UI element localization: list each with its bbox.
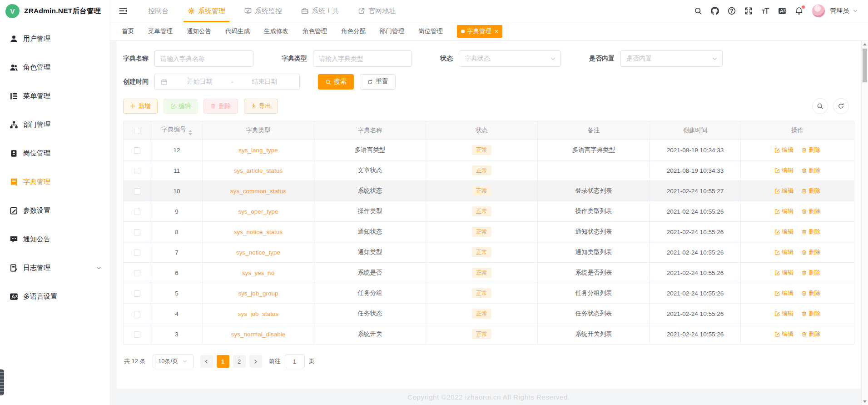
row-edit-link[interactable]: 编辑	[774, 187, 794, 195]
row-delete-link[interactable]: 删除	[801, 310, 821, 318]
dict-type-input[interactable]	[313, 50, 412, 67]
dict-type-link[interactable]: sys_oper_type	[238, 208, 278, 215]
row-checkbox[interactable]	[134, 229, 140, 235]
row-delete-link[interactable]: 删除	[801, 269, 821, 277]
font-size-icon[interactable]	[761, 7, 769, 15]
goto-page-input[interactable]	[285, 355, 305, 368]
row-edit-link[interactable]: 编辑	[774, 269, 794, 277]
tab-item[interactable]: 生成修改	[264, 27, 288, 35]
tab-active[interactable]: 字典管理×	[457, 25, 502, 38]
nav-item[interactable]: 系统监控	[235, 0, 292, 22]
select-all-checkbox[interactable]	[134, 128, 140, 134]
dict-type-link[interactable]: sys_lang_type	[238, 147, 278, 154]
row-edit-link[interactable]: 编辑	[774, 207, 794, 215]
collapse-menu-icon[interactable]	[119, 6, 128, 15]
refresh-table-button[interactable]	[833, 98, 849, 114]
date-range-picker[interactable]: 开始日期 - 结束日期	[154, 74, 300, 90]
dict-type-link[interactable]: sys_notice_status	[234, 229, 283, 235]
sidebar-item-org[interactable]: 部门管理	[0, 110, 110, 139]
dict-type-link[interactable]: sys_notice_type	[236, 249, 280, 256]
row-delete-link[interactable]: 删除	[801, 146, 821, 154]
sidebar-item-users[interactable]: 角色管理	[0, 53, 110, 82]
sidebar-item-log[interactable]: 日志管理	[0, 254, 110, 282]
row-checkbox[interactable]	[134, 311, 140, 317]
nav-item[interactable]: 控制台	[139, 0, 178, 22]
dict-type-link[interactable]: sys_job_group	[238, 290, 278, 297]
row-edit-link[interactable]: 编辑	[774, 289, 794, 297]
tab-item[interactable]: 部门管理	[380, 27, 404, 35]
help-icon[interactable]	[728, 7, 736, 15]
row-delete-link[interactable]: 删除	[801, 207, 821, 215]
tab-item[interactable]: 通知公告	[187, 27, 211, 35]
row-delete-link[interactable]: 删除	[801, 187, 821, 195]
dict-type-link[interactable]: sys_common_status	[230, 188, 286, 195]
dict-type-link[interactable]: sys_yes_no	[242, 270, 274, 276]
user-name[interactable]: 管理员	[830, 7, 849, 15]
page-size-select[interactable]: 10条/页	[153, 355, 193, 368]
row-delete-link[interactable]: 删除	[801, 228, 821, 236]
row-delete-link[interactable]: 删除	[801, 166, 821, 175]
row-edit-link[interactable]: 编辑	[774, 146, 794, 154]
sidebar-item-badge[interactable]: 岗位管理	[0, 139, 110, 168]
status-select[interactable]: 字典状态	[459, 50, 561, 67]
toggle-search-button[interactable]	[812, 98, 828, 114]
row-checkbox[interactable]	[134, 209, 140, 215]
dict-name-input[interactable]	[154, 50, 253, 67]
tab-item[interactable]: 角色管理	[303, 27, 327, 35]
nav-item[interactable]: 系统管理	[178, 0, 235, 22]
prev-page-button[interactable]	[200, 355, 213, 368]
row-checkbox[interactable]	[134, 331, 140, 338]
export-button[interactable]: 导出	[244, 99, 278, 114]
sidebar-item-menu-tree[interactable]: 菜单管理	[0, 82, 110, 110]
row-edit-link[interactable]: 编辑	[774, 166, 794, 175]
scrollbar-thumb[interactable]	[863, 49, 867, 82]
sidebar-drag-handle[interactable]	[0, 369, 4, 395]
edit-button[interactable]: 编辑	[164, 99, 198, 114]
row-checkbox[interactable]	[134, 147, 140, 154]
tab-item[interactable]: 岗位管理	[418, 27, 443, 35]
page-button[interactable]: 1	[217, 355, 229, 368]
tab-item[interactable]: 首页	[122, 27, 134, 35]
fullscreen-icon[interactable]	[744, 7, 753, 15]
page-button[interactable]: 2	[233, 355, 246, 368]
chevron-down-icon[interactable]	[853, 8, 858, 14]
github-icon[interactable]	[711, 7, 719, 15]
vertical-scrollbar[interactable]	[861, 41, 868, 405]
avatar[interactable]	[812, 4, 825, 18]
add-button[interactable]: 新增	[123, 99, 158, 114]
close-icon[interactable]: ×	[495, 28, 498, 35]
sidebar-item-dict[interactable]: 字典管理	[0, 168, 110, 196]
tab-item[interactable]: 角色分配	[341, 27, 366, 35]
translate-icon[interactable]	[778, 7, 786, 15]
row-edit-link[interactable]: 编辑	[774, 310, 794, 318]
sidebar-item-user[interactable]: 用户管理	[0, 25, 110, 53]
sidebar-item-lang[interactable]: 多语言设置	[0, 282, 110, 311]
bell-icon[interactable]	[795, 7, 803, 15]
sort-caret-icon[interactable]	[188, 130, 192, 135]
row-checkbox[interactable]	[134, 168, 140, 174]
builtin-select[interactable]: 是否内置	[620, 50, 723, 67]
row-edit-link[interactable]: 编辑	[774, 248, 794, 256]
tab-item[interactable]: 菜单管理	[148, 27, 173, 35]
scrollbar-down-arrow[interactable]	[862, 398, 868, 405]
dict-type-link[interactable]: sys_normal_disable	[231, 331, 285, 338]
nav-item[interactable]: 官网地址	[348, 0, 405, 22]
nav-item[interactable]: 系统工具	[292, 0, 348, 22]
row-checkbox[interactable]	[134, 188, 140, 195]
row-checkbox[interactable]	[134, 290, 140, 297]
dict-type-link[interactable]: sys_article_status	[234, 167, 283, 174]
row-edit-link[interactable]: 编辑	[774, 330, 794, 338]
tab-item[interactable]: 代码生成	[225, 27, 250, 35]
row-checkbox[interactable]	[134, 250, 140, 256]
next-page-button[interactable]	[249, 355, 262, 368]
search-button[interactable]: 搜索	[318, 74, 354, 90]
delete-button[interactable]: 删除	[203, 99, 238, 114]
row-delete-link[interactable]: 删除	[801, 248, 821, 256]
row-checkbox[interactable]	[134, 270, 140, 276]
sidebar-item-notice[interactable]: 通知公告	[0, 225, 110, 254]
dict-type-link[interactable]: sys_job_status	[238, 310, 278, 317]
reset-button[interactable]: 重置	[360, 74, 396, 90]
row-edit-link[interactable]: 编辑	[774, 228, 794, 236]
row-delete-link[interactable]: 删除	[801, 330, 821, 338]
logo-row[interactable]: V ZRAdmin.NET后台管理	[0, 0, 110, 22]
